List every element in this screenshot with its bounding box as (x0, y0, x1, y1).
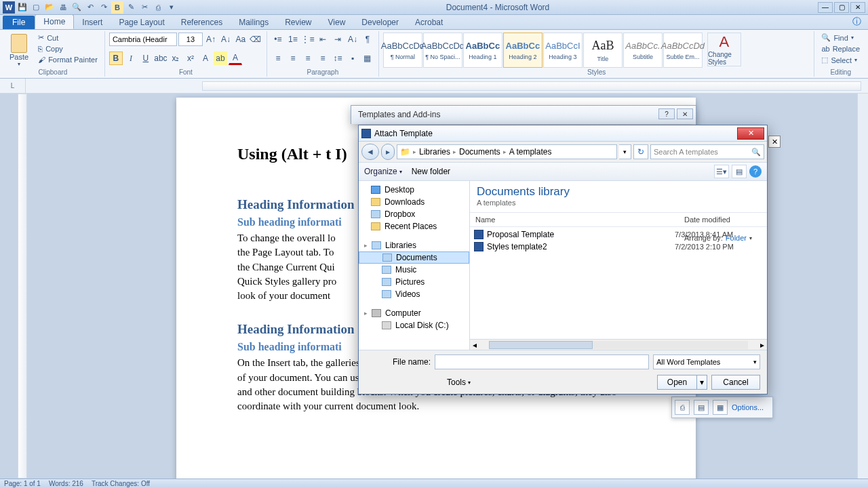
file-dialog-close-button[interactable]: ✕ (737, 127, 764, 140)
back-button[interactable]: ◄ (361, 144, 379, 160)
grow-font-icon[interactable]: A↑ (204, 33, 218, 46)
highlight-icon[interactable]: ab (214, 52, 227, 65)
paste-button[interactable]: Paste▾ (5, 33, 33, 68)
style-no-spacing[interactable]: AaBbCcDd¶ No Spaci... (423, 33, 462, 68)
col-date[interactable]: Date modified (679, 213, 767, 226)
nav-documents[interactable]: Documents (359, 251, 469, 264)
tab-acrobat[interactable]: Acrobat (407, 16, 451, 29)
tab-review[interactable]: Review (277, 16, 319, 29)
sort-icon[interactable]: A↓ (346, 33, 359, 46)
organizer-icon[interactable]: ⎙ (675, 400, 690, 415)
nav-dropbox[interactable]: Dropbox (359, 208, 469, 220)
dialog-close-button[interactable]: ✕ (677, 108, 693, 119)
qat-btn[interactable]: ⎙ (152, 1, 164, 14)
minimize-button[interactable]: — (818, 2, 833, 13)
address-dropdown[interactable]: ▾ (619, 144, 631, 159)
col-name[interactable]: Name (470, 213, 679, 226)
redo-icon[interactable]: ↷ (98, 1, 110, 14)
style-title[interactable]: AaBTitle (583, 33, 623, 68)
preview-icon[interactable]: 🔍 (71, 1, 83, 14)
nav-videos[interactable]: Videos (359, 288, 469, 300)
tab-home[interactable]: Home (35, 14, 74, 29)
tab-developer[interactable]: Developer (353, 16, 407, 29)
text-effects-icon[interactable]: A (199, 52, 212, 65)
breadcrumb-item[interactable]: Libraries (419, 147, 450, 157)
show-marks-icon[interactable]: ¶ (361, 33, 374, 46)
tab-insert[interactable]: Insert (74, 16, 111, 29)
tab-view[interactable]: View (320, 16, 354, 29)
increase-indent-icon[interactable]: ⇥ (331, 33, 344, 46)
find-button[interactable]: 🔍Find▾ (818, 33, 863, 43)
options-link[interactable]: Options... (732, 403, 764, 411)
nav-libraries[interactable]: ▸Libraries (359, 239, 469, 251)
justify-icon[interactable]: ≡ (316, 52, 330, 65)
forward-button[interactable]: ▸ (381, 144, 395, 160)
tab-page-layout[interactable]: Page Layout (111, 16, 172, 29)
horizontal-scrollbar[interactable]: ◂▸ (470, 339, 767, 350)
close-button[interactable]: ✕ (850, 2, 865, 13)
copy-button[interactable]: ⎘Copy (35, 44, 100, 54)
shrink-font-icon[interactable]: A↓ (219, 33, 233, 46)
file-row[interactable]: Styles template27/2/2013 2:10 PM (470, 241, 767, 253)
open-icon[interactable]: 📂 (43, 1, 56, 14)
search-input[interactable]: Search A templates🔍 (650, 144, 764, 159)
tools-button[interactable]: Tools▾ (447, 378, 471, 387)
navigation-pane[interactable]: Desktop Downloads Dropbox Recent Places … (359, 181, 470, 350)
select-button[interactable]: ⬚Select▾ (818, 55, 863, 65)
tab-references[interactable]: References (173, 16, 231, 29)
decrease-indent-icon[interactable]: ⇤ (316, 33, 330, 46)
preview-pane-button[interactable]: ▤ (732, 165, 747, 178)
font-size-select[interactable]: 13 (178, 33, 203, 46)
vertical-ruler[interactable] (18, 94, 27, 479)
nav-desktop[interactable]: Desktop (359, 184, 469, 196)
address-bar[interactable]: 📁▸ Libraries▸ Documents▸ A templates (397, 144, 617, 159)
column-headers[interactable]: Name Date modified (470, 212, 767, 227)
ribbon-help-icon[interactable]: ⓘ (848, 14, 865, 29)
replace-button[interactable]: abReplace (818, 44, 863, 54)
refresh-button[interactable]: ↻ (633, 144, 648, 159)
change-case-icon[interactable]: Aa (234, 33, 248, 46)
new-folder-button[interactable]: New folder (412, 167, 450, 176)
dialog-help-button[interactable]: ? (658, 108, 675, 119)
save-icon[interactable]: 💾 (16, 1, 28, 14)
style-heading3[interactable]: AaBbCcIHeading 3 (543, 33, 583, 68)
align-center-icon[interactable]: ≡ (286, 52, 300, 65)
horizontal-ruler[interactable] (202, 81, 861, 91)
superscript-button[interactable]: x² (184, 52, 197, 65)
open-dropdown[interactable]: ▾ (696, 375, 707, 390)
page-status[interactable]: Page: 1 of 1 (4, 480, 41, 487)
nav-downloads[interactable]: Downloads (359, 196, 469, 208)
multilevel-icon[interactable]: ⋮≡ (301, 33, 315, 46)
help-icon[interactable]: ? (749, 165, 762, 178)
organizer-icon[interactable]: ▦ (713, 400, 728, 415)
align-right-icon[interactable]: ≡ (301, 52, 315, 65)
organize-button[interactable]: Organize▾ (364, 167, 402, 176)
qat-btn[interactable]: ✎ (125, 1, 137, 14)
numbering-icon[interactable]: 1≡ (286, 33, 300, 46)
organizer-icon[interactable]: ▤ (694, 400, 709, 415)
style-subtitle[interactable]: AaBbCc.Subtitle (623, 33, 663, 68)
file-list[interactable]: Proposal Template7/3/2013 8:41 AM Styles… (470, 227, 767, 339)
cut-button[interactable]: ✂Cut (35, 33, 100, 43)
filename-input[interactable] (435, 354, 649, 369)
bold-button[interactable]: B (109, 52, 123, 65)
vertical-scrollbar[interactable] (857, 94, 868, 479)
font-name-select[interactable]: Cambria (Headir (109, 33, 177, 46)
print-icon[interactable]: 🖶 (57, 1, 69, 14)
line-spacing-icon[interactable]: ↕≡ (331, 52, 344, 65)
subscript-button[interactable]: x₂ (169, 52, 182, 65)
style-normal[interactable]: AaBbCcDd¶ Normal (383, 33, 422, 68)
align-left-icon[interactable]: ≡ (271, 52, 285, 65)
maximize-button[interactable]: ▢ (834, 2, 849, 13)
view-button[interactable]: ☰▾ (714, 165, 729, 178)
change-styles-button[interactable]: AChange Styles (707, 33, 741, 66)
strike-button[interactable]: abc (154, 52, 167, 65)
nav-recent[interactable]: Recent Places (359, 220, 469, 232)
styles-gallery[interactable]: AaBbCcDd¶ Normal AaBbCcDd¶ No Spaci... A… (383, 33, 703, 68)
clear-format-icon[interactable]: ⌫ (249, 33, 262, 46)
qat-btn[interactable]: ✂ (138, 1, 151, 14)
nav-computer[interactable]: ▸Computer (359, 307, 469, 319)
cancel-button[interactable]: Cancel (711, 375, 760, 390)
file-tab[interactable]: File (3, 16, 35, 29)
italic-button[interactable]: I (124, 52, 138, 65)
